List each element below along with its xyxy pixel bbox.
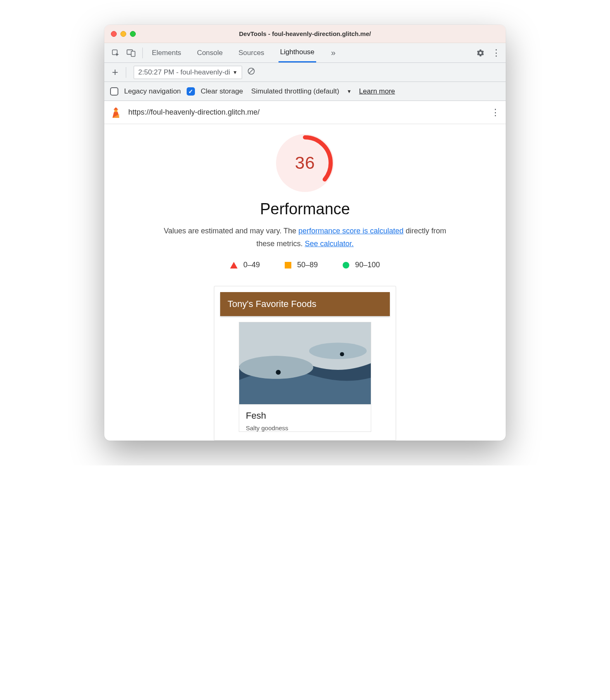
legend-mid: 50–89 bbox=[285, 261, 318, 269]
report-menu-icon[interactable]: ⋮ bbox=[491, 107, 500, 118]
throttling-select[interactable]: ▼ bbox=[347, 89, 352, 94]
clear-all-icon[interactable] bbox=[247, 67, 255, 77]
settings-gear-icon[interactable] bbox=[475, 48, 486, 58]
inspect-element-icon[interactable] bbox=[110, 48, 121, 58]
legend-bad: 0–49 bbox=[230, 261, 260, 269]
lighthouse-logo-icon bbox=[110, 107, 122, 118]
svg-rect-6 bbox=[115, 110, 117, 112]
toggle-device-icon[interactable] bbox=[126, 48, 137, 58]
report-select[interactable]: 2:50:27 PM - foul-heavenly-di ▼ bbox=[134, 66, 242, 79]
filmstrip-card: Tony's Favorite Foods Fesh Salty goodnes… bbox=[214, 286, 396, 441]
devtools-tab-bar: Elements Console Sources Lighthouse » ⋮ bbox=[104, 43, 506, 63]
learn-more-link[interactable]: Learn more bbox=[359, 87, 395, 96]
triangle-icon bbox=[230, 262, 238, 268]
clear-storage-checkbox[interactable] bbox=[187, 87, 195, 96]
window-title: DevTools - foul-heavenly-direction.glitc… bbox=[104, 30, 506, 37]
performance-score-link[interactable]: performance score is calculated bbox=[298, 227, 403, 235]
lighthouse-settings-bar: Legacy navigation Clear storage Simulate… bbox=[104, 82, 506, 101]
card-header: Tony's Favorite Foods bbox=[220, 292, 390, 316]
see-calculator-link[interactable]: See calculator. bbox=[305, 240, 353, 248]
svg-point-14 bbox=[340, 352, 344, 356]
svg-rect-2 bbox=[131, 51, 135, 56]
devtools-window: DevTools - foul-heavenly-direction.glitc… bbox=[104, 25, 506, 441]
tab-console[interactable]: Console bbox=[195, 43, 224, 62]
report-url: https://foul-heavenly-direction.glitch.m… bbox=[128, 108, 259, 117]
legacy-navigation-checkbox[interactable] bbox=[110, 87, 118, 96]
new-report-button[interactable]: + bbox=[110, 66, 120, 79]
report-url-bar: https://foul-heavenly-direction.glitch.m… bbox=[104, 101, 506, 124]
performance-description: Values are estimated and may vary. The p… bbox=[156, 225, 454, 250]
divider bbox=[126, 67, 126, 78]
svg-point-11 bbox=[239, 356, 313, 379]
circle-icon bbox=[343, 262, 349, 268]
tab-elements[interactable]: Elements bbox=[150, 43, 183, 62]
svg-marker-4 bbox=[113, 107, 118, 110]
legend-good: 90–100 bbox=[343, 261, 380, 269]
more-tabs-icon[interactable]: » bbox=[329, 43, 338, 62]
clear-storage-label: Clear storage bbox=[201, 87, 243, 96]
performance-score-gauge: 36 bbox=[276, 134, 334, 192]
lighthouse-report: 36 Performance Values are estimated and … bbox=[104, 124, 506, 441]
tab-lighthouse[interactable]: Lighthouse bbox=[279, 43, 316, 62]
kebab-menu-icon[interactable]: ⋮ bbox=[491, 48, 502, 58]
square-icon bbox=[285, 262, 291, 268]
card-body: Fesh Salty goodness bbox=[239, 405, 371, 432]
svg-point-12 bbox=[309, 343, 367, 360]
close-window-button[interactable] bbox=[111, 31, 117, 37]
score-legend: 0–49 50–89 90–100 bbox=[121, 261, 489, 269]
svg-point-13 bbox=[276, 370, 281, 375]
card-image bbox=[239, 322, 371, 405]
performance-heading: Performance bbox=[121, 200, 489, 218]
lighthouse-action-bar: + 2:50:27 PM - foul-heavenly-di ▼ bbox=[104, 63, 506, 82]
throttling-select-label: Simulated throttling (default) bbox=[251, 87, 339, 96]
card-item-subtitle: Salty goodness bbox=[246, 424, 364, 432]
traffic-lights bbox=[111, 31, 136, 37]
zoom-window-button[interactable] bbox=[130, 31, 136, 37]
divider bbox=[142, 48, 143, 58]
tab-sources[interactable]: Sources bbox=[237, 43, 266, 62]
legacy-navigation-label: Legacy navigation bbox=[124, 87, 181, 96]
title-bar: DevTools - foul-heavenly-direction.glitc… bbox=[104, 25, 506, 43]
report-select-label: 2:50:27 PM - foul-heavenly-di bbox=[138, 68, 230, 77]
card-item-title: Fesh bbox=[246, 410, 364, 421]
panel-tabs: Elements Console Sources Lighthouse » bbox=[150, 43, 338, 62]
performance-score-value: 36 bbox=[276, 134, 334, 192]
minimize-window-button[interactable] bbox=[120, 31, 126, 37]
chevron-down-icon: ▼ bbox=[233, 70, 238, 75]
